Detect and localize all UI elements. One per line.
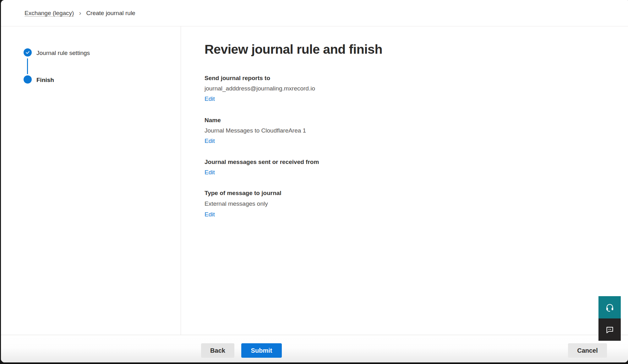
step-connector-line xyxy=(27,58,28,74)
section-value-journal-address: journal_adddress@journaling.mxrecord.io xyxy=(205,84,315,93)
wizard-step-rail: Journal rule settings Finish xyxy=(1,26,181,335)
headset-icon xyxy=(605,303,614,312)
section-value-message-type: External messages only xyxy=(205,200,268,208)
breadcrumb-item-create-journal-rule: Create journal rule xyxy=(86,10,135,17)
section-label-journal-messages-sent-or-received: Journal messages sent or received from xyxy=(205,158,319,166)
step-completed-indicator[interactable] xyxy=(24,48,32,57)
edit-link-journal-messages-sent-or-received[interactable]: Edit xyxy=(205,168,215,177)
check-icon xyxy=(25,50,30,55)
edit-link-name[interactable]: Edit xyxy=(205,137,215,145)
section-value-rule-name: Journal Messages to CloudflareArea 1 xyxy=(205,127,306,135)
app-window: Exchange (legacy) › Create journal rule … xyxy=(1,0,628,362)
feedback-button[interactable] xyxy=(598,318,621,341)
footer-action-bar: Back Submit Cancel xyxy=(1,335,628,362)
back-button[interactable]: Back xyxy=(201,343,234,358)
help-button[interactable] xyxy=(598,296,621,318)
step-current-indicator[interactable] xyxy=(24,75,32,84)
section-label-type-of-message: Type of message to journal xyxy=(205,189,281,197)
section-label-name: Name xyxy=(205,116,221,124)
cancel-button[interactable]: Cancel xyxy=(568,343,607,358)
edit-link-type-of-message[interactable]: Edit xyxy=(205,210,215,219)
breadcrumb: Exchange (legacy) › Create journal rule xyxy=(1,0,628,26)
page-title: Review journal rule and finish xyxy=(205,42,382,57)
section-label-send-journal-reports-to: Send journal reports to xyxy=(205,74,270,82)
edit-link-send-journal-reports-to[interactable]: Edit xyxy=(205,95,215,103)
feedback-icon xyxy=(605,325,614,334)
breadcrumb-chevron-icon: › xyxy=(79,9,81,17)
submit-button[interactable]: Submit xyxy=(241,343,282,358)
step-journal-rule-settings[interactable]: Journal rule settings xyxy=(36,50,90,57)
step-finish[interactable]: Finish xyxy=(36,77,54,84)
review-panel: Review journal rule and finish Send jour… xyxy=(205,26,628,335)
breadcrumb-item-exchange-legacy[interactable]: Exchange (legacy) xyxy=(25,10,74,17)
